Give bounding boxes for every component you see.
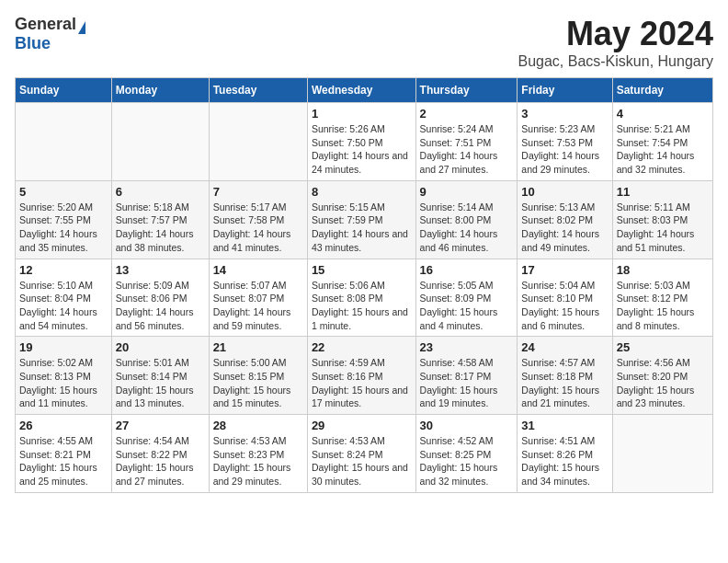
calendar-cell-w5-d4: 29Sunrise: 4:53 AMSunset: 8:24 PMDayligh… [307, 415, 415, 493]
cell-date-number: 27 [116, 419, 205, 432]
cell-sun-info: Sunrise: 5:06 AMSunset: 8:08 PMDaylight:… [312, 279, 412, 333]
cell-date-number: 20 [116, 340, 205, 354]
calendar-cell-w2-d3: 7Sunrise: 5:17 AMSunset: 7:58 PMDaylight… [209, 180, 307, 259]
cell-sun-info: Sunrise: 5:03 AMSunset: 8:12 PMDaylight:… [617, 279, 709, 333]
calendar-cell-w1-d6: 3Sunrise: 5:23 AMSunset: 7:53 PMDaylight… [518, 103, 612, 181]
calendar-cell-w2-d5: 9Sunrise: 5:14 AMSunset: 8:00 PMDaylight… [415, 180, 518, 259]
cell-sun-info: Sunrise: 4:58 AMSunset: 8:17 PMDaylight:… [420, 356, 514, 410]
calendar-cell-w3-d6: 17Sunrise: 5:04 AMSunset: 8:10 PMDayligh… [518, 259, 612, 337]
cell-sun-info: Sunrise: 5:13 AMSunset: 8:02 PMDaylight:… [521, 201, 608, 255]
calendar-table: Sunday Monday Tuesday Wednesday Thursday… [15, 77, 713, 493]
cell-sun-info: Sunrise: 5:09 AMSunset: 8:06 PMDaylight:… [116, 279, 205, 333]
logo-general-text: General [15, 15, 76, 34]
cell-sun-info: Sunrise: 4:59 AMSunset: 8:16 PMDaylight:… [312, 356, 412, 410]
calendar-cell-w1-d4: 1Sunrise: 5:26 AMSunset: 7:50 PMDaylight… [307, 103, 415, 181]
cell-date-number: 12 [19, 263, 108, 277]
cell-date-number: 16 [420, 263, 514, 277]
calendar-week-1: 1Sunrise: 5:26 AMSunset: 7:50 PMDaylight… [16, 103, 713, 181]
cell-sun-info: Sunrise: 4:52 AMSunset: 8:25 PMDaylight:… [420, 434, 514, 488]
header-monday: Monday [111, 78, 209, 103]
calendar-title: May 2024 [518, 15, 713, 53]
cell-sun-info: Sunrise: 4:55 AMSunset: 8:21 PMDaylight:… [19, 434, 108, 488]
calendar-cell-w3-d7: 18Sunrise: 5:03 AMSunset: 8:12 PMDayligh… [612, 259, 712, 337]
cell-sun-info: Sunrise: 4:53 AMSunset: 8:23 PMDaylight:… [213, 434, 303, 488]
cell-sun-info: Sunrise: 5:07 AMSunset: 8:07 PMDaylight:… [213, 279, 303, 333]
calendar-week-5: 26Sunrise: 4:55 AMSunset: 8:21 PMDayligh… [16, 415, 713, 493]
cell-date-number: 1 [312, 107, 412, 121]
cell-sun-info: Sunrise: 5:23 AMSunset: 7:53 PMDaylight:… [521, 122, 608, 177]
cell-sun-info: Sunrise: 5:26 AMSunset: 7:50 PMDaylight:… [312, 122, 412, 177]
calendar-cell-w5-d2: 27Sunrise: 4:54 AMSunset: 8:22 PMDayligh… [111, 415, 209, 493]
cell-date-number: 15 [312, 263, 412, 277]
cell-date-number: 17 [521, 263, 608, 277]
calendar-cell-w4-d2: 20Sunrise: 5:01 AMSunset: 8:14 PMDayligh… [111, 337, 209, 415]
cell-sun-info: Sunrise: 4:51 AMSunset: 8:26 PMDaylight:… [521, 434, 608, 488]
cell-sun-info: Sunrise: 5:17 AMSunset: 7:58 PMDaylight:… [213, 201, 303, 255]
cell-date-number: 6 [116, 185, 205, 199]
logo-blue-text: Blue [15, 34, 51, 53]
calendar-cell-w2-d6: 10Sunrise: 5:13 AMSunset: 8:02 PMDayligh… [518, 180, 612, 259]
cell-sun-info: Sunrise: 5:00 AMSunset: 8:15 PMDaylight:… [213, 356, 303, 410]
calendar-week-4: 19Sunrise: 5:02 AMSunset: 8:13 PMDayligh… [16, 337, 713, 415]
calendar-cell-w5-d6: 31Sunrise: 4:51 AMSunset: 8:26 PMDayligh… [518, 415, 612, 493]
cell-sun-info: Sunrise: 5:11 AMSunset: 8:03 PMDaylight:… [617, 201, 709, 255]
calendar-subtitle: Bugac, Bacs-Kiskun, Hungary [518, 53, 713, 70]
calendar-cell-w3-d2: 13Sunrise: 5:09 AMSunset: 8:06 PMDayligh… [111, 259, 209, 337]
calendar-cell-w2-d2: 6Sunrise: 5:18 AMSunset: 7:57 PMDaylight… [111, 180, 209, 259]
cell-date-number: 3 [521, 107, 608, 121]
calendar-cell-w2-d7: 11Sunrise: 5:11 AMSunset: 8:03 PMDayligh… [612, 180, 712, 259]
calendar-cell-w4-d4: 22Sunrise: 4:59 AMSunset: 8:16 PMDayligh… [307, 337, 415, 415]
cell-sun-info: Sunrise: 5:02 AMSunset: 8:13 PMDaylight:… [19, 356, 108, 410]
cell-sun-info: Sunrise: 4:54 AMSunset: 8:22 PMDaylight:… [116, 434, 205, 488]
cell-sun-info: Sunrise: 4:53 AMSunset: 8:24 PMDaylight:… [312, 434, 412, 488]
cell-sun-info: Sunrise: 5:24 AMSunset: 7:51 PMDaylight:… [420, 122, 514, 177]
calendar-cell-w3-d3: 14Sunrise: 5:07 AMSunset: 8:07 PMDayligh… [209, 259, 307, 337]
cell-sun-info: Sunrise: 5:01 AMSunset: 8:14 PMDaylight:… [116, 356, 205, 410]
cell-date-number: 22 [312, 340, 412, 354]
cell-sun-info: Sunrise: 5:10 AMSunset: 8:04 PMDaylight:… [19, 279, 108, 333]
header-wednesday: Wednesday [307, 78, 415, 103]
calendar-cell-w4-d5: 23Sunrise: 4:58 AMSunset: 8:17 PMDayligh… [415, 337, 518, 415]
calendar-cell-w3-d5: 16Sunrise: 5:05 AMSunset: 8:09 PMDayligh… [415, 259, 518, 337]
calendar-header-row: Sunday Monday Tuesday Wednesday Thursday… [16, 78, 713, 103]
title-block: May 2024 Bugac, Bacs-Kiskun, Hungary [518, 15, 713, 70]
cell-date-number: 23 [420, 340, 514, 354]
cell-date-number: 30 [420, 419, 514, 432]
cell-date-number: 5 [19, 185, 108, 199]
calendar-cell-w2-d4: 8Sunrise: 5:15 AMSunset: 7:59 PMDaylight… [307, 180, 415, 259]
header-tuesday: Tuesday [209, 78, 307, 103]
logo: General Blue [15, 15, 85, 53]
cell-sun-info: Sunrise: 5:21 AMSunset: 7:54 PMDaylight:… [617, 122, 709, 177]
calendar-cell-w1-d5: 2Sunrise: 5:24 AMSunset: 7:51 PMDaylight… [415, 103, 518, 181]
calendar-cell-w5-d1: 26Sunrise: 4:55 AMSunset: 8:21 PMDayligh… [16, 415, 112, 493]
calendar-cell-w3-d1: 12Sunrise: 5:10 AMSunset: 8:04 PMDayligh… [16, 259, 112, 337]
cell-date-number: 7 [213, 185, 303, 199]
calendar-cell-w1-d1 [16, 103, 112, 181]
cell-sun-info: Sunrise: 5:04 AMSunset: 8:10 PMDaylight:… [521, 279, 608, 333]
cell-date-number: 29 [312, 419, 412, 432]
cell-date-number: 19 [19, 340, 108, 354]
cell-sun-info: Sunrise: 4:57 AMSunset: 8:18 PMDaylight:… [521, 356, 608, 410]
cell-sun-info: Sunrise: 5:20 AMSunset: 7:55 PMDaylight:… [19, 201, 108, 255]
calendar-cell-w4-d3: 21Sunrise: 5:00 AMSunset: 8:15 PMDayligh… [209, 337, 307, 415]
cell-sun-info: Sunrise: 5:14 AMSunset: 8:00 PMDaylight:… [420, 201, 514, 255]
calendar-cell-w2-d1: 5Sunrise: 5:20 AMSunset: 7:55 PMDaylight… [16, 180, 112, 259]
cell-sun-info: Sunrise: 5:18 AMSunset: 7:57 PMDaylight:… [116, 201, 205, 255]
calendar-cell-w1-d7: 4Sunrise: 5:21 AMSunset: 7:54 PMDaylight… [612, 103, 712, 181]
cell-date-number: 28 [213, 419, 303, 432]
logo-triangle-icon [78, 21, 85, 34]
calendar-cell-w5-d3: 28Sunrise: 4:53 AMSunset: 8:23 PMDayligh… [209, 415, 307, 493]
calendar-cell-w5-d5: 30Sunrise: 4:52 AMSunset: 8:25 PMDayligh… [415, 415, 518, 493]
cell-date-number: 2 [420, 107, 514, 121]
calendar-cell-w5-d7 [612, 415, 712, 493]
cell-date-number: 14 [213, 263, 303, 277]
cell-date-number: 18 [617, 263, 709, 277]
cell-date-number: 8 [312, 185, 412, 199]
calendar-week-3: 12Sunrise: 5:10 AMSunset: 8:04 PMDayligh… [16, 259, 713, 337]
calendar-week-2: 5Sunrise: 5:20 AMSunset: 7:55 PMDaylight… [16, 180, 713, 259]
cell-date-number: 9 [420, 185, 514, 199]
calendar-cell-w4-d7: 25Sunrise: 4:56 AMSunset: 8:20 PMDayligh… [612, 337, 712, 415]
header-thursday: Thursday [415, 78, 518, 103]
calendar-cell-w3-d4: 15Sunrise: 5:06 AMSunset: 8:08 PMDayligh… [307, 259, 415, 337]
cell-date-number: 11 [617, 185, 709, 199]
